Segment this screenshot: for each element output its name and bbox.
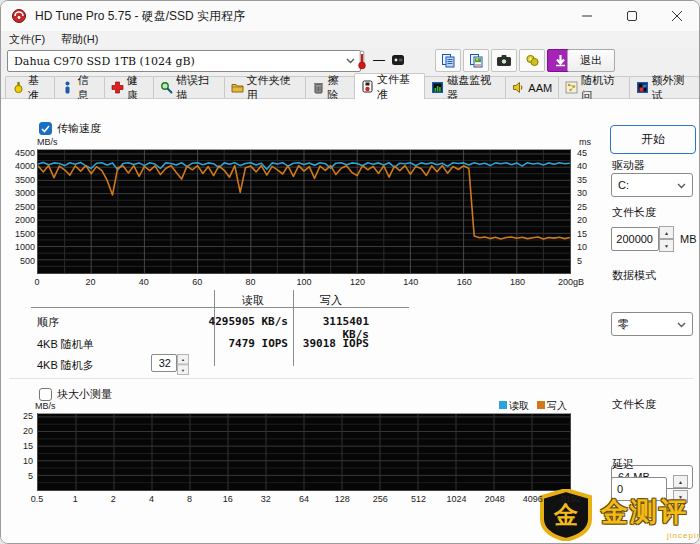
axis-tick-label: 2500 bbox=[9, 202, 35, 212]
legend-read-label: 读取 bbox=[509, 400, 529, 411]
main-chart-yleft-unit: MB/s bbox=[37, 137, 58, 147]
transfer-speed-checkbox[interactable]: 传输速度 bbox=[39, 121, 101, 136]
axis-tick-label: 180 bbox=[503, 277, 533, 287]
tab-folder-usage[interactable]: 文件夹使用 bbox=[224, 76, 306, 98]
legend-read-swatch bbox=[499, 401, 507, 409]
block-size-checkbox[interactable]: 块大小测量 bbox=[39, 387, 112, 402]
legend-write-label: 写入 bbox=[547, 400, 567, 411]
axis-tick-label: 4096 bbox=[518, 494, 548, 504]
section-divider bbox=[9, 378, 693, 379]
tab-benchmark[interactable]: 基准 bbox=[5, 76, 55, 98]
tab-info[interactable]: 信息 bbox=[54, 76, 104, 98]
axis-tick-label: 80 bbox=[236, 277, 266, 287]
block-size-chart bbox=[37, 413, 571, 491]
tab-label: 磁盘监视器 bbox=[447, 73, 499, 103]
tab-label: 健康 bbox=[127, 73, 147, 103]
magnifier-icon bbox=[160, 81, 173, 94]
copy-image-button[interactable] bbox=[463, 49, 489, 72]
file-length-spinner[interactable]: 200000 ▲ ▼ MB bbox=[611, 226, 697, 252]
spinner-up-icon[interactable]: ▲ bbox=[673, 475, 688, 488]
copy-text-button[interactable] bbox=[435, 49, 461, 72]
axis-tick-label: 200gB bbox=[556, 277, 586, 287]
temperature-display-icon bbox=[391, 53, 405, 67]
axis-tick-label: 15 bbox=[577, 229, 593, 239]
maximize-button[interactable] bbox=[609, 1, 654, 31]
axis-tick-label: 64 bbox=[289, 494, 319, 504]
spinner-down-icon[interactable]: ▼ bbox=[177, 364, 189, 374]
watermark-url: jinceping.com bbox=[667, 531, 700, 540]
axis-tick-label: 10 bbox=[13, 456, 33, 466]
axis-tick-label: 1000 bbox=[9, 242, 35, 252]
axis-tick-label: 40 bbox=[577, 161, 593, 171]
file-length-value[interactable]: 200000 bbox=[611, 227, 659, 251]
screenshot-button[interactable] bbox=[491, 49, 517, 72]
row-sequential-label: 顺序 bbox=[37, 315, 59, 330]
block-chart-y-unit: MB/s bbox=[35, 401, 56, 411]
axis-tick-label: 1024 bbox=[442, 494, 472, 504]
tab-bar: 基准 信息 健康 错误扫描 文件夹使用 擦除 文件基准 磁盘监视器 bbox=[1, 73, 699, 99]
exit-button[interactable]: 退出 bbox=[567, 49, 615, 72]
queue-depth-spinner[interactable]: 32 ▲ ▼ bbox=[151, 354, 192, 380]
tab-label: 随机访问 bbox=[581, 73, 622, 103]
download-arrow-icon bbox=[554, 54, 567, 67]
axis-tick-label: 16 bbox=[213, 494, 243, 504]
transfer-speed-chart bbox=[37, 149, 571, 274]
table-col-write: 写入 bbox=[301, 293, 361, 308]
axis-tick-label: 0.5 bbox=[22, 494, 52, 504]
menu-help[interactable]: 帮助(H) bbox=[53, 31, 106, 48]
speaker-icon bbox=[512, 81, 525, 94]
table-column-divider bbox=[214, 290, 215, 366]
tab-extra-tests[interactable]: 额外测试 bbox=[629, 76, 700, 98]
axis-tick-label: 5 bbox=[13, 471, 33, 481]
minimize-button[interactable] bbox=[564, 1, 609, 31]
axis-tick-label: 8192 bbox=[556, 494, 586, 504]
transfer-speed-label: 传输速度 bbox=[57, 121, 101, 136]
menu-file[interactable]: 文件(F) bbox=[1, 31, 53, 48]
spinner-down-icon[interactable]: ▼ bbox=[659, 239, 674, 252]
drive-value: C: bbox=[618, 179, 629, 191]
axis-tick-label: 100 bbox=[289, 277, 319, 287]
axis-tick-label: 10 bbox=[577, 242, 593, 252]
temperature-value: — bbox=[373, 53, 385, 67]
queue-depth-value[interactable]: 32 bbox=[151, 354, 177, 372]
tab-erase[interactable]: 擦除 bbox=[305, 76, 355, 98]
tab-label: 基准 bbox=[28, 73, 48, 103]
tab-file-benchmark[interactable]: 文件基准 bbox=[354, 73, 425, 99]
tab-label: 信息 bbox=[77, 73, 97, 103]
spinner-up-icon[interactable]: ▲ bbox=[177, 354, 189, 364]
axis-tick-label: 25 bbox=[577, 202, 593, 212]
file-length-label: 文件长度 bbox=[612, 205, 656, 220]
tab-label: 文件基准 bbox=[377, 72, 418, 102]
legend-read-item: 读取 bbox=[499, 399, 529, 413]
tab-disk-monitor[interactable]: 磁盘监视器 bbox=[424, 76, 506, 98]
save-button[interactable] bbox=[519, 49, 545, 72]
tab-error-scan[interactable]: 错误扫描 bbox=[153, 76, 224, 98]
thermometer-icon bbox=[357, 50, 367, 70]
close-button[interactable] bbox=[654, 1, 699, 31]
row-4kb-single-label: 4KB 随机单 bbox=[37, 337, 94, 352]
extra-tests-icon bbox=[636, 81, 649, 94]
tab-aam[interactable]: AAM bbox=[505, 76, 559, 98]
start-button[interactable]: 开始 bbox=[610, 125, 696, 154]
spinner-up-icon[interactable]: ▲ bbox=[659, 226, 674, 239]
chevron-down-icon bbox=[677, 322, 686, 328]
axis-tick-label: 45 bbox=[577, 148, 593, 158]
tab-health[interactable]: 健康 bbox=[104, 76, 154, 98]
axis-tick-label: 30 bbox=[577, 188, 593, 198]
title-bar: HD Tune Pro 5.75 - 硬盘/SSD 实用程序 bbox=[1, 1, 699, 31]
exit-label: 退出 bbox=[580, 53, 602, 68]
drive-select-value: Dahua C970 SSD 1TB (1024 gB) bbox=[14, 55, 195, 68]
axis-tick-label: 2 bbox=[98, 494, 128, 504]
data-mode-dropdown[interactable]: 零 bbox=[611, 312, 693, 336]
random-single-write-value: 39018 IOPS bbox=[299, 337, 369, 350]
axis-tick-label: 15 bbox=[13, 441, 33, 451]
main-chart-yright-unit: ms bbox=[579, 137, 591, 147]
axis-tick-label: 0 bbox=[22, 277, 52, 287]
drive-dropdown[interactable]: C: bbox=[611, 173, 693, 197]
axis-tick-label: 500 bbox=[9, 256, 35, 266]
tab-random-access[interactable]: 随机访问 bbox=[558, 76, 629, 98]
watermark-title: 金测评 bbox=[601, 497, 688, 527]
checkbox-unchecked-icon bbox=[39, 388, 52, 401]
latency-label: 延迟 bbox=[612, 457, 634, 472]
drive-select-dropdown[interactable]: Dahua C970 SSD 1TB (1024 gB) bbox=[7, 50, 361, 72]
